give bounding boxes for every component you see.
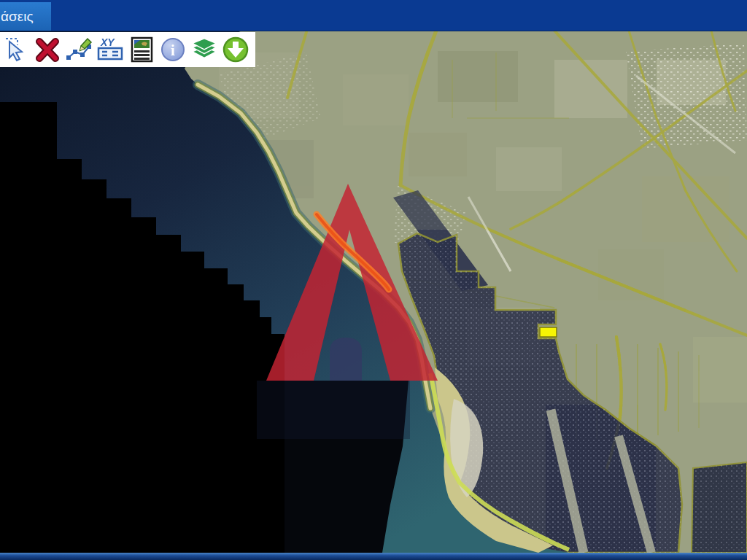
titlebar: άσεις <box>0 0 747 31</box>
identify-tool-button[interactable]: i <box>158 34 187 65</box>
delete-x-icon <box>34 36 61 63</box>
edit-vertices-tool-button[interactable] <box>64 34 93 65</box>
print-layout-tool-button[interactable] <box>127 34 156 65</box>
map-viewport[interactable] <box>0 31 747 553</box>
delete-tool-button[interactable] <box>33 34 62 65</box>
app-window: άσεις <box>0 0 747 560</box>
download-icon <box>222 36 249 63</box>
watermark-shadow <box>257 381 410 439</box>
window-tab[interactable]: άσεις <box>0 2 51 31</box>
xy-coordinates-icon: XY <box>96 36 125 63</box>
highlight-parcel-marker[interactable] <box>540 327 557 337</box>
status-strip <box>0 553 747 560</box>
map-toolbar: XY <box>0 32 255 67</box>
window-tab-label: άσεις <box>0 9 34 25</box>
xy-coordinates-tool-button[interactable]: XY <box>96 34 125 65</box>
info-icon: i <box>159 36 187 63</box>
layers-icon <box>190 36 219 63</box>
info-glyph: i <box>171 42 175 59</box>
select-tool-button[interactable] <box>1 34 31 65</box>
edit-vertices-icon <box>65 36 93 63</box>
xy-label: XY <box>100 36 115 48</box>
map-canvas[interactable] <box>0 31 747 553</box>
select-cursor-icon <box>3 36 29 63</box>
layers-tool-button[interactable] <box>190 34 219 65</box>
download-tool-button[interactable] <box>221 34 250 65</box>
print-layout-icon <box>128 36 155 63</box>
